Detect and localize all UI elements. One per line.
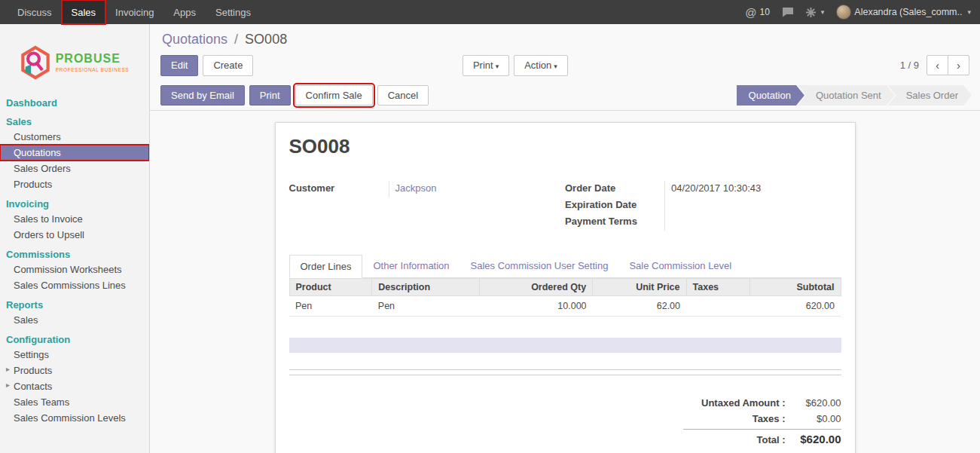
- menu-sales[interactable]: Sales: [62, 0, 106, 24]
- notebook-tabs: Order Lines Other Information Sales Comm…: [289, 255, 841, 278]
- sidebar-heading-reports[interactable]: Reports: [0, 298, 149, 312]
- chevron-right-icon: ▸: [6, 381, 10, 389]
- notes-section-bar: [289, 338, 841, 353]
- sidebar-item-orders-to-upsell[interactable]: Orders to Upsell: [0, 227, 149, 243]
- mentions-button[interactable]: @ 10: [745, 6, 770, 19]
- print-button[interactable]: Print: [249, 85, 291, 106]
- chevron-down-icon: ▾: [554, 63, 557, 70]
- create-button[interactable]: Create: [203, 55, 253, 76]
- sidebar-item-sales-orders[interactable]: Sales Orders: [0, 161, 149, 176]
- col-subtotal[interactable]: Subtotal: [750, 279, 841, 296]
- sidebar-item-sales-commission-levels[interactable]: Sales Commission Levels: [0, 410, 149, 426]
- table-row[interactable]: Pen Pen 10.000 62.00 620.00: [289, 296, 841, 317]
- status-step-sales-order[interactable]: Sales Order: [888, 85, 972, 106]
- total-label: Total :: [683, 434, 786, 445]
- print-dropdown-button[interactable]: Print▾: [463, 55, 509, 76]
- action-dropdown-button[interactable]: Action▾: [514, 55, 568, 76]
- taxes-label: Taxes :: [683, 413, 786, 424]
- tab-order-lines[interactable]: Order Lines: [289, 255, 363, 278]
- table-header-row: Product Description Ordered Qty Unit Pri…: [289, 279, 841, 296]
- chevron-down-icon: ▾: [967, 8, 971, 16]
- logo-title: PROBUSE: [56, 52, 130, 66]
- breadcrumb-separator: /: [231, 32, 241, 47]
- sidebar-item-quotations[interactable]: Quotations: [0, 145, 149, 161]
- send-by-email-button[interactable]: Send by Email: [160, 85, 245, 106]
- sidebar-heading-commissions[interactable]: Commissions: [0, 247, 149, 262]
- cell-product: Pen: [289, 296, 372, 317]
- messages-button[interactable]: [782, 7, 794, 17]
- sidebar-item-customers[interactable]: Customers: [0, 129, 149, 145]
- expiration-date-value: [664, 197, 841, 214]
- sidebar-item-label: Products: [14, 365, 52, 376]
- total-separator: [683, 429, 841, 430]
- menu-discuss[interactable]: Discuss: [8, 0, 62, 24]
- expiration-date-label: Expiration Date: [565, 197, 664, 210]
- sidebar-heading-dashboard[interactable]: Dashboard: [0, 96, 149, 110]
- tab-sale-commission-level[interactable]: Sale Commission Level: [618, 255, 742, 278]
- user-name: Alexandra (Sales_comm..: [854, 7, 962, 17]
- sidebar-item-settings[interactable]: Settings: [0, 347, 149, 363]
- chat-bubble-icon: [782, 7, 794, 17]
- chevron-down-icon: ▾: [821, 8, 825, 16]
- breadcrumb-quotations-link[interactable]: Quotations: [162, 32, 227, 47]
- menu-apps[interactable]: Apps: [163, 0, 206, 24]
- chevron-right-icon: ▸: [6, 365, 10, 373]
- sidebar-heading-configuration[interactable]: Configuration: [0, 332, 149, 347]
- sidebar-heading-invoicing[interactable]: Invoicing: [0, 197, 149, 211]
- main-content: Quotations / SO008 Edit Create Print▾ Ac…: [150, 24, 980, 453]
- confirm-sale-button[interactable]: Confirm Sale: [295, 85, 373, 106]
- status-steps: Quotation Quotation Sent Sales Order: [737, 85, 972, 106]
- cell-description: Pen: [372, 296, 480, 317]
- col-description[interactable]: Description: [372, 279, 480, 296]
- sidebar-item-sales-commissions-lines[interactable]: Sales Commissions Lines: [0, 277, 149, 293]
- main-menu: Discuss Sales Invoicing Apps Settings: [0, 0, 261, 24]
- payment-terms-value: [664, 214, 841, 231]
- menu-invoicing[interactable]: Invoicing: [105, 0, 163, 24]
- logo-subtitle: PROFESSIONAL BUSINESS: [56, 67, 130, 72]
- sidebar-item-config-products[interactable]: ▸ Products: [0, 363, 149, 378]
- debug-menu-button[interactable]: ▾: [806, 8, 825, 17]
- tab-sales-commission-user-setting[interactable]: Sales Commission User Setting: [460, 255, 619, 278]
- topbar: Discuss Sales Invoicing Apps Settings @ …: [0, 0, 980, 24]
- payment-terms-label: Payment Terms: [565, 214, 664, 227]
- probuse-logo-icon: [20, 45, 50, 80]
- sidebar-item-label: Contacts: [14, 381, 52, 392]
- col-product[interactable]: Product: [289, 279, 372, 296]
- untaxed-amount-label: Untaxed Amount :: [683, 397, 786, 409]
- total-value: $620.00: [786, 433, 841, 445]
- order-lines-table: Product Description Ordered Qty Unit Pri…: [289, 278, 841, 317]
- menu-settings[interactable]: Settings: [206, 0, 261, 24]
- customer-value-link[interactable]: Jackpson: [395, 182, 437, 194]
- customer-label: Customer: [289, 181, 389, 194]
- col-ordered-qty[interactable]: Ordered Qty: [480, 279, 593, 296]
- control-panel-row-2: Send by Email Print Confirm Sale Cancel …: [150, 84, 980, 112]
- sidebar-item-products[interactable]: Products: [0, 176, 149, 192]
- status-step-quotation[interactable]: Quotation: [737, 85, 804, 106]
- pager-previous-button[interactable]: ‹: [927, 55, 948, 75]
- col-unit-price[interactable]: Unit Price: [593, 279, 686, 296]
- pager-next-button[interactable]: ›: [948, 55, 969, 75]
- user-menu[interactable]: Alexandra (Sales_comm.. ▾: [836, 5, 971, 20]
- sidebar-item-contacts[interactable]: ▸ Contacts: [0, 378, 149, 394]
- sidebar-item-commission-worksheets[interactable]: Commission Worksheets: [0, 262, 149, 277]
- sidebar-item-sales-to-invoice[interactable]: Sales to Invoice: [0, 211, 149, 227]
- taxes-value: $0.00: [786, 413, 841, 424]
- cell-taxes: [686, 296, 750, 317]
- mention-count: 10: [759, 7, 769, 17]
- sidebar-item-reports-sales[interactable]: Sales: [0, 312, 149, 328]
- control-panel-row-1: Edit Create Print▾ Action▾ 1 / 9 ‹ ›: [150, 55, 980, 76]
- tab-other-information[interactable]: Other Information: [362, 255, 459, 278]
- sidebar-nav: Dashboard Sales Customers Quotations Sal…: [0, 96, 149, 426]
- pager: 1 / 9 ‹ ›: [900, 55, 969, 75]
- sidebar-item-sales-teams[interactable]: Sales Teams: [0, 394, 149, 410]
- probuse-logo[interactable]: PROBUSE PROFESSIONAL BUSINESS: [0, 24, 149, 96]
- col-taxes[interactable]: Taxes: [686, 279, 750, 296]
- avatar: [836, 5, 851, 20]
- edit-button[interactable]: Edit: [160, 55, 198, 76]
- cancel-button[interactable]: Cancel: [377, 85, 429, 106]
- sidebar-heading-sales[interactable]: Sales: [0, 115, 149, 129]
- status-step-quotation-sent[interactable]: Quotation Sent: [798, 85, 895, 106]
- order-date-label: Order Date: [565, 181, 664, 194]
- chevron-down-icon: ▾: [496, 63, 499, 70]
- totals-block: Untaxed Amount : $620.00 Taxes : $0.00 T…: [683, 395, 841, 448]
